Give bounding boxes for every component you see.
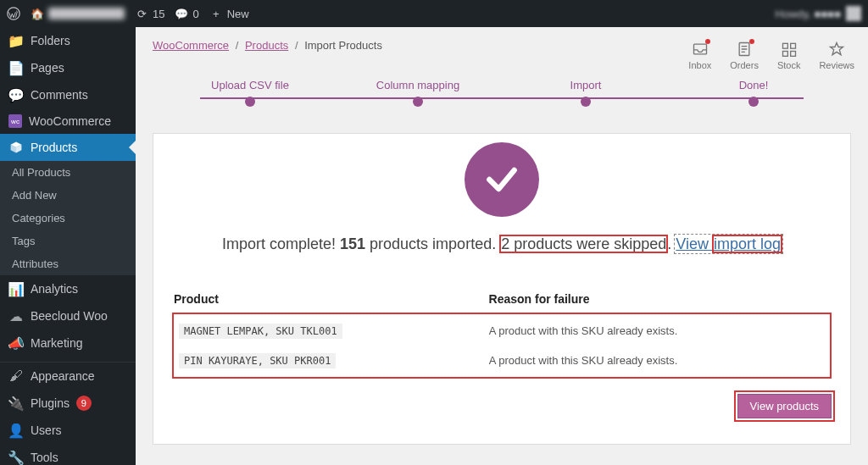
skipped-highlight: 2 products were skipped bbox=[500, 235, 667, 252]
stock-icon bbox=[780, 40, 798, 58]
activity-orders[interactable]: Orders bbox=[730, 40, 759, 70]
sidebar-item-label: Tools bbox=[31, 451, 58, 464]
brush-icon: 🖌 bbox=[8, 368, 24, 384]
step-import: Import bbox=[502, 79, 670, 109]
activity-inbox[interactable]: Inbox bbox=[688, 40, 711, 70]
sidebar-item-label: WooCommerce bbox=[29, 114, 111, 128]
sidebar-item-beecloud[interactable]: ☁Beecloud Woo bbox=[0, 302, 136, 329]
sidebar-item-products[interactable]: Products bbox=[0, 134, 136, 161]
activity-label: Reviews bbox=[819, 60, 854, 70]
activity-label: Stock bbox=[777, 60, 801, 70]
col-product: Product bbox=[174, 292, 489, 306]
view-products-button[interactable]: View products bbox=[737, 394, 832, 418]
users-icon: 👤 bbox=[8, 423, 24, 438]
updates[interactable]: ⟳15 bbox=[135, 7, 164, 20]
submenu-attributes[interactable]: Attributes bbox=[0, 252, 136, 275]
sidebar-item-tools[interactable]: 🔧Tools bbox=[0, 444, 136, 465]
megaphone-icon: 📣 bbox=[8, 335, 24, 351]
sidebar-item-pages[interactable]: 📄Pages bbox=[0, 54, 136, 81]
sidebar-item-users[interactable]: 👤Users bbox=[0, 417, 136, 444]
notif-dot bbox=[749, 39, 754, 44]
orders-icon bbox=[735, 40, 754, 58]
inbox-icon bbox=[691, 40, 709, 58]
crumb-products[interactable]: Products bbox=[245, 39, 288, 52]
step-label: Column mapping bbox=[334, 79, 502, 91]
plus-icon: + bbox=[209, 7, 223, 20]
crumb-current: Import Products bbox=[304, 39, 382, 52]
crumb-sep: / bbox=[236, 39, 239, 52]
plugins-badge: 9 bbox=[76, 396, 92, 411]
sidebar-item-label: Pages bbox=[31, 61, 64, 75]
new-content[interactable]: +New bbox=[209, 7, 249, 20]
sidebar-item-label: Products bbox=[31, 141, 77, 154]
col-reason: Reason for failure bbox=[489, 292, 830, 306]
activity-stock[interactable]: Stock bbox=[777, 40, 801, 70]
sidebar-item-label: Folders bbox=[31, 34, 70, 47]
new-label: New bbox=[227, 8, 249, 20]
submenu-tags[interactable]: Tags bbox=[0, 230, 136, 252]
greeting-text: Howdy, ■■■■ bbox=[776, 8, 841, 20]
sidebar-item-plugins[interactable]: 🔌Plugins9 bbox=[0, 390, 136, 417]
svg-rect-4 bbox=[790, 43, 795, 48]
log-table-header: Product Reason for failure bbox=[172, 289, 832, 313]
wordpress-icon bbox=[7, 7, 20, 20]
sidebar-item-marketing[interactable]: 📣Marketing bbox=[0, 329, 136, 357]
step-label: Done! bbox=[670, 79, 837, 91]
log-table-rows: MAGNET LEMPAK, SKU TKL001 A product with… bbox=[172, 313, 832, 379]
import-count: 151 bbox=[340, 235, 365, 252]
crumb-woocommerce[interactable]: WooCommerce bbox=[153, 39, 229, 52]
sidebar-item-label: Analytics bbox=[31, 282, 78, 296]
comments-notif[interactable]: 💬0 bbox=[175, 7, 198, 20]
progress-steps: Upload CSV file Column mapping Import Do… bbox=[166, 74, 837, 109]
svg-rect-3 bbox=[782, 43, 787, 48]
updates-count: 15 bbox=[153, 8, 164, 20]
step-mapping: Column mapping bbox=[334, 79, 502, 109]
avatar[interactable] bbox=[846, 6, 861, 21]
refresh-icon: ⟳ bbox=[135, 7, 148, 20]
star-icon bbox=[827, 40, 846, 58]
cloud-icon: ☁ bbox=[8, 308, 24, 324]
msg-imported: products imported. bbox=[365, 235, 500, 252]
link-log: import log bbox=[713, 235, 782, 252]
sidebar-item-appearance[interactable]: 🖌Appearance bbox=[0, 362, 136, 390]
table-row: PIN KAYURAYE, SKU PKR001 A product with … bbox=[174, 346, 830, 375]
submenu-add-new[interactable]: Add New bbox=[0, 184, 136, 207]
sidebar-item-woocommerce[interactable]: wcWooCommerce bbox=[0, 108, 136, 134]
user-greeting[interactable]: Howdy, ■■■■ bbox=[776, 8, 841, 20]
step-done: Done! bbox=[670, 79, 837, 109]
sidebar-item-label: Marketing bbox=[31, 336, 82, 350]
activity-reviews[interactable]: Reviews bbox=[819, 40, 854, 70]
sidebar-item-comments[interactable]: 💬Comments bbox=[0, 81, 136, 108]
notif-dot bbox=[705, 39, 710, 44]
site-name[interactable]: 🏠 bbox=[31, 7, 125, 20]
folder-icon: 📁 bbox=[8, 33, 24, 48]
activity-label: Inbox bbox=[688, 60, 711, 70]
svg-rect-6 bbox=[790, 52, 795, 57]
analytics-icon: 📊 bbox=[8, 281, 24, 296]
view-log-link[interactable]: View import log bbox=[676, 235, 782, 252]
home-icon: 🏠 bbox=[31, 7, 44, 20]
failure-reason: A product with this SKU already exists. bbox=[489, 324, 825, 337]
sidebar-item-label: Plugins bbox=[31, 396, 70, 410]
sidebar-item-label: Beecloud Woo bbox=[31, 309, 108, 323]
crumb-sep: / bbox=[295, 39, 298, 52]
sidebar-item-label: Users bbox=[31, 423, 62, 437]
submenu-all-products[interactable]: All Products bbox=[0, 161, 136, 184]
table-row: MAGNET LEMPAK, SKU TKL001 A product with… bbox=[174, 316, 830, 346]
comments-count: 0 bbox=[192, 8, 198, 20]
sidebar-item-label: Comments bbox=[31, 88, 88, 102]
step-upload: Upload CSV file bbox=[166, 79, 334, 109]
import-result-message: Import complete! 151 products imported. … bbox=[170, 232, 833, 257]
wp-logo[interactable] bbox=[7, 7, 20, 20]
msg-prefix: Import complete! bbox=[222, 235, 340, 252]
product-sku: PIN KAYURAYE, SKU PKR001 bbox=[179, 353, 336, 368]
sidebar-item-folders[interactable]: 📁Folders bbox=[0, 27, 136, 54]
woocommerce-icon: wc bbox=[8, 114, 22, 128]
sidebar-item-analytics[interactable]: 📊Analytics bbox=[0, 275, 136, 302]
submenu-categories[interactable]: Categories bbox=[0, 207, 136, 230]
plugin-icon: 🔌 bbox=[8, 396, 24, 411]
page-icon: 📄 bbox=[8, 60, 24, 75]
svg-rect-5 bbox=[782, 52, 787, 57]
sidebar-item-label: Appearance bbox=[31, 369, 95, 383]
products-icon bbox=[8, 140, 24, 155]
